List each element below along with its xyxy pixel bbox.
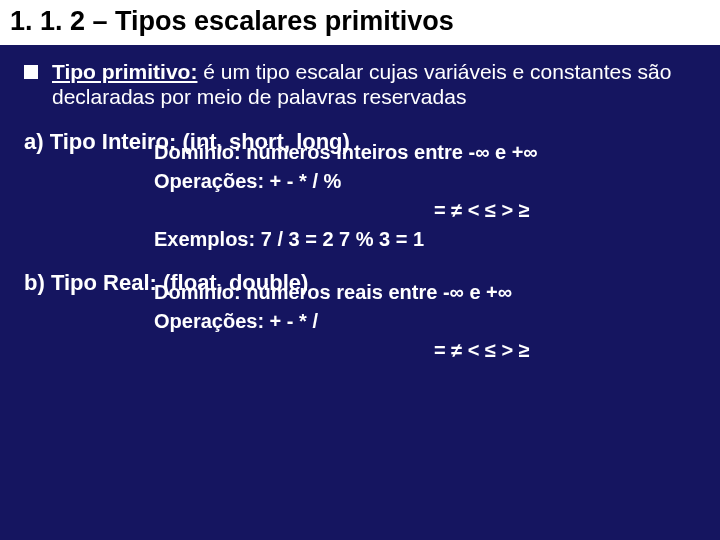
section-b-ops: Operações: + - * / — [154, 307, 696, 336]
section-b-body: Domínio: números reais entre -∞ e +∞ Ope… — [24, 278, 696, 365]
section-b-domain: Domínio: números reais entre -∞ e +∞ — [154, 278, 696, 307]
slide-body: Tipo primitivo: é um tipo escalar cujas … — [0, 45, 720, 365]
slide-title: 1. 1. 2 – Tipos escalares primitivos — [0, 0, 720, 45]
section-a-domain: Domínio: números inteiros entre -∞ e +∞ — [154, 138, 696, 167]
intro-text: Tipo primitivo: é um tipo escalar cujas … — [52, 59, 696, 109]
section-a-ops: Operações: + - * / % — [154, 167, 696, 196]
section-a-examples: Exemplos: 7 / 3 = 2 7 % 3 = 1 — [154, 225, 696, 254]
section-b-rel: = ≠ < ≤ > ≥ — [154, 336, 696, 365]
intro-bullet: Tipo primitivo: é um tipo escalar cujas … — [24, 59, 696, 109]
intro-lead: Tipo primitivo: — [52, 60, 197, 83]
square-bullet-icon — [24, 65, 38, 79]
section-a-body: Domínio: números inteiros entre -∞ e +∞ … — [24, 138, 696, 254]
section-a-rel: = ≠ < ≤ > ≥ — [154, 196, 696, 225]
